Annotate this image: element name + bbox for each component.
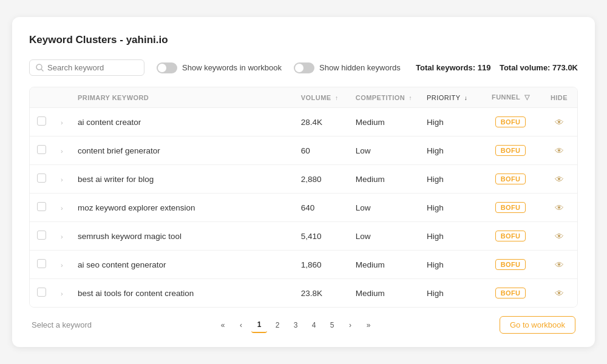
toggle-hidden-label: Show hidden keywords [319, 63, 401, 72]
go-to-workbook-button[interactable]: Go to workbook [500, 316, 575, 334]
row-checkbox[interactable] [37, 145, 46, 154]
row-expand-arrow[interactable]: › [61, 290, 63, 297]
row-expand-cell: › [53, 136, 70, 165]
page-2-btn[interactable]: 2 [270, 317, 285, 333]
page-5-btn[interactable]: 5 [324, 317, 340, 333]
eye-icon[interactable]: 👁 [555, 231, 564, 241]
table-row: › best ai writer for blog 2,880 Medium H… [30, 165, 577, 194]
row-expand-arrow[interactable]: › [61, 147, 63, 155]
row-expand-cell: › [53, 194, 70, 222]
row-keyword: content brief generator [70, 136, 294, 165]
row-volume: 2,880 [294, 165, 348, 194]
col-header-funnel[interactable]: FUNNEL ▽ [480, 87, 541, 108]
total-volume: 773.0K [552, 63, 578, 72]
row-hide: 👁 [541, 108, 577, 136]
col-header-competition[interactable]: COMPETITION ↑ [348, 87, 419, 108]
row-funnel: BOFU [480, 194, 541, 222]
row-keyword: moz keyword explorer extension [70, 194, 294, 222]
pagination: Select a keyword « ‹ 1 2 3 4 5 › » Go to… [29, 308, 578, 335]
eye-icon[interactable]: 👁 [555, 260, 564, 270]
row-checkbox[interactable] [37, 288, 46, 297]
eye-icon[interactable]: 👁 [555, 288, 564, 298]
page-1-btn[interactable]: 1 [251, 317, 267, 333]
eye-icon[interactable]: 👁 [555, 117, 564, 127]
priority-sort-arrow: ↓ [464, 95, 467, 101]
row-expand-cell: › [53, 108, 70, 136]
table-body: › ai content creator 28.4K Medium High B… [30, 108, 577, 308]
row-expand-arrow[interactable]: › [61, 176, 63, 183]
row-volume: 28.4K [294, 108, 348, 136]
search-icon [36, 64, 44, 72]
row-expand-arrow[interactable]: › [61, 261, 63, 269]
page-next-btn[interactable]: › [342, 317, 358, 333]
row-checkbox[interactable] [37, 202, 46, 211]
row-checkbox[interactable] [37, 259, 46, 268]
row-expand-cell: › [53, 165, 70, 194]
row-competition: Medium [348, 251, 419, 279]
row-keyword: ai seo content generator [70, 251, 294, 279]
toggle-hidden-group: Show hidden keywords [294, 62, 401, 73]
page-4-btn[interactable]: 4 [306, 317, 322, 333]
search-input[interactable] [47, 63, 138, 72]
keywords-table: PRIMARY KEYWORD VOLUME ↑ COMPETITION ↑ P… [30, 87, 577, 307]
row-funnel: BOFU [480, 251, 541, 279]
toggle-workbook[interactable] [157, 62, 177, 73]
row-hide: 👁 [541, 194, 577, 222]
row-keyword: best ai tools for content creation [70, 279, 294, 308]
eye-icon[interactable]: 👁 [555, 174, 564, 184]
table-row: › semrush keyword magic tool 5,410 Low H… [30, 222, 577, 251]
table-row: › ai content creator 28.4K Medium High B… [30, 108, 577, 136]
row-volume: 23.8K [294, 279, 348, 308]
row-volume: 640 [294, 194, 348, 222]
page-last-btn[interactable]: » [361, 317, 376, 333]
row-hide: 👁 [541, 251, 577, 279]
col-header-hide: HIDE [541, 87, 577, 108]
row-competition: Low [348, 136, 419, 165]
eye-icon[interactable]: 👁 [555, 203, 564, 213]
stats-volume-label: Total volume: [500, 63, 551, 72]
toggle-hidden[interactable] [294, 62, 314, 73]
page-3-btn[interactable]: 3 [288, 317, 304, 333]
row-priority: High [419, 222, 480, 251]
row-expand-arrow[interactable]: › [61, 119, 63, 126]
row-checkbox-cell [30, 251, 53, 279]
table-header-row: PRIMARY KEYWORD VOLUME ↑ COMPETITION ↑ P… [30, 87, 577, 108]
row-checkbox-cell [30, 165, 53, 194]
col-header-priority[interactable]: PRIORITY ↓ [419, 87, 480, 108]
row-volume: 1,860 [294, 251, 348, 279]
row-hide: 👁 [541, 165, 577, 194]
row-competition: Low [348, 222, 419, 251]
row-funnel: BOFU [480, 279, 541, 308]
row-expand-arrow[interactable]: › [61, 204, 63, 212]
row-keyword: best ai writer for blog [70, 165, 294, 194]
bofu-badge: BOFU [495, 145, 526, 156]
row-volume: 60 [294, 136, 348, 165]
table-row: › ai seo content generator 1,860 Medium … [30, 251, 577, 279]
page-prev-btn[interactable]: ‹ [233, 317, 249, 333]
row-expand-cell: › [53, 222, 70, 251]
row-volume: 5,410 [294, 222, 348, 251]
table-wrapper: PRIMARY KEYWORD VOLUME ↑ COMPETITION ↑ P… [29, 87, 578, 308]
row-checkbox[interactable] [37, 231, 46, 240]
row-checkbox[interactable] [37, 174, 46, 183]
row-checkbox[interactable] [37, 116, 46, 126]
eye-icon[interactable]: 👁 [555, 146, 564, 156]
funnel-filter-icon: ▽ [524, 93, 529, 101]
table-row: › best ai tools for content creation 23.… [30, 279, 577, 308]
page-first-btn[interactable]: « [215, 317, 231, 333]
row-expand-cell: › [53, 279, 70, 308]
search-box[interactable] [29, 59, 144, 76]
total-keywords: 119 [478, 63, 491, 72]
row-checkbox-cell [30, 136, 53, 165]
col-header-volume[interactable]: VOLUME ↑ [294, 87, 348, 108]
table-row: › moz keyword explorer extension 640 Low… [30, 194, 577, 222]
row-priority: High [419, 194, 480, 222]
row-checkbox-cell [30, 108, 53, 136]
bofu-badge: BOFU [495, 116, 526, 127]
toggle-workbook-label: Show keywords in workbook [182, 63, 282, 72]
row-funnel: BOFU [480, 222, 541, 251]
col-header-keyword[interactable]: PRIMARY KEYWORD [70, 87, 294, 108]
select-keyword-label: Select a keyword [32, 320, 92, 329]
row-expand-arrow[interactable]: › [61, 233, 63, 240]
bofu-badge: BOFU [495, 259, 526, 270]
